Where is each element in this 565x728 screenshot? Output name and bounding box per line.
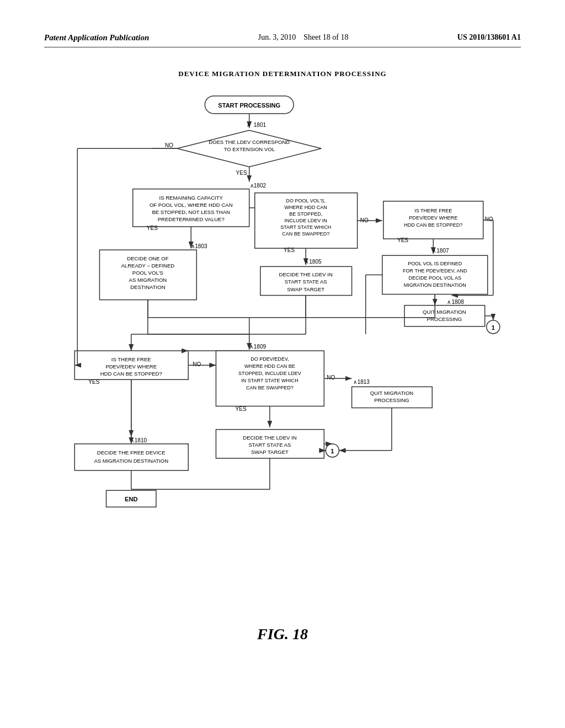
svg-text:PROCESSING: PROCESSING xyxy=(427,316,462,322)
svg-text:1: 1 xyxy=(492,324,495,331)
svg-text:1810: 1810 xyxy=(135,437,147,443)
svg-text:∧: ∧ xyxy=(191,243,195,249)
svg-text:BE STOPPED,: BE STOPPED, xyxy=(289,211,322,217)
svg-text:STOPPED, INCLUDE LDEV: STOPPED, INCLUDE LDEV xyxy=(238,371,301,376)
svg-text:1807: 1807 xyxy=(436,248,449,254)
svg-text:OF POOL VOL, WHERE HDD CAN: OF POOL VOL, WHERE HDD CAN xyxy=(150,202,233,208)
svg-text:DO POOL VOL'S,: DO POOL VOL'S, xyxy=(286,198,326,204)
svg-text:DECIDE THE FREE DEVICE: DECIDE THE FREE DEVICE xyxy=(97,449,166,456)
svg-text:HDD CAN BE STOPPED?: HDD CAN BE STOPPED? xyxy=(100,371,162,377)
svg-text:DESTINATION: DESTINATION xyxy=(130,285,165,291)
svg-text:IS THERE FREE: IS THERE FREE xyxy=(414,208,452,213)
svg-text:WHERE HDD CAN: WHERE HDD CAN xyxy=(285,205,327,210)
svg-text:NO: NO xyxy=(165,142,173,148)
svg-text:1803: 1803 xyxy=(195,243,207,249)
svg-text:IS REMAINING CAPACITY: IS REMAINING CAPACITY xyxy=(159,195,223,201)
svg-text:YES: YES xyxy=(236,406,247,412)
svg-text:1: 1 xyxy=(331,448,334,454)
svg-text:BE STOPPED, NOT LESS THAN: BE STOPPED, NOT LESS THAN xyxy=(152,209,231,215)
svg-text:QUIT MIGRATION: QUIT MIGRATION xyxy=(370,390,414,396)
svg-text:YES: YES xyxy=(397,237,408,243)
svg-text:PDEV/EDEV WHERE: PDEV/EDEV WHERE xyxy=(409,215,457,221)
fig-label: FIG. 18 xyxy=(257,625,308,643)
svg-text:START STATE WHICH: START STATE WHICH xyxy=(280,224,331,230)
svg-text:START STATE AS: START STATE AS xyxy=(248,442,291,448)
svg-text:∧: ∧ xyxy=(353,379,357,385)
svg-text:PREDETERMINED VALUE?: PREDETERMINED VALUE? xyxy=(158,216,225,222)
svg-text:YES: YES xyxy=(284,247,295,253)
svg-text:1813: 1813 xyxy=(358,379,370,385)
header-date: Jun. 3, 2010 xyxy=(258,33,296,41)
svg-text:∧: ∧ xyxy=(432,248,436,254)
svg-text:DECIDE THE LDEV IN: DECIDE THE LDEV IN xyxy=(279,271,333,277)
header-right: US 2010/138601 A1 xyxy=(457,33,521,42)
svg-text:PDEV/EDEV WHERE: PDEV/EDEV WHERE xyxy=(105,363,157,370)
svg-text:TO EXTENSION VOL: TO EXTENSION VOL xyxy=(223,146,275,152)
svg-text:∧: ∧ xyxy=(249,344,253,350)
svg-text:YES: YES xyxy=(236,170,247,176)
svg-text:NO: NO xyxy=(327,374,335,381)
svg-text:END: END xyxy=(125,496,137,502)
svg-text:DECIDE POOL VOL AS: DECIDE POOL VOL AS xyxy=(408,275,461,281)
svg-text:1809: 1809 xyxy=(254,344,266,350)
svg-text:NO: NO xyxy=(485,216,493,222)
svg-text:ALREADY – DEFINED: ALREADY – DEFINED xyxy=(121,263,174,269)
svg-text:1801: 1801 xyxy=(254,122,266,128)
svg-text:SWAP TARGET: SWAP TARGET xyxy=(287,286,324,292)
svg-text:DECIDE ONE OF: DECIDE ONE OF xyxy=(127,255,168,261)
svg-text:CAN BE SWAPPED?: CAN BE SWAPPED? xyxy=(282,231,329,237)
svg-text:1802: 1802 xyxy=(254,183,266,189)
svg-text:∧: ∧ xyxy=(305,259,308,265)
svg-text:START PROCESSING: START PROCESSING xyxy=(218,102,280,109)
header-center: Jun. 3, 2010 Sheet 18 of 18 xyxy=(258,33,349,42)
svg-text:POOL VOL'S: POOL VOL'S xyxy=(132,270,163,276)
page: Patent Application Publication Jun. 3, 2… xyxy=(0,0,565,728)
svg-text:HDD CAN BE STOPPED?: HDD CAN BE STOPPED? xyxy=(404,222,462,228)
svg-text:MIGRATION DESTINATION: MIGRATION DESTINATION xyxy=(404,282,466,288)
svg-text:IS THERE FREE: IS THERE FREE xyxy=(111,356,151,362)
svg-text:NO: NO xyxy=(193,361,201,367)
svg-text:INCLUDE LDEV IN: INCLUDE LDEV IN xyxy=(285,218,327,223)
svg-text:AS MIGRATION: AS MIGRATION xyxy=(129,277,167,283)
svg-text:YES: YES xyxy=(147,225,158,231)
svg-text:∧: ∧ xyxy=(250,183,254,189)
svg-text:SWAP TARGET: SWAP TARGET xyxy=(251,449,289,455)
svg-text:DECIDE THE LDEV IN: DECIDE THE LDEV IN xyxy=(243,435,296,441)
svg-text:FOR THE PDEV/EDEV, AND: FOR THE PDEV/EDEV, AND xyxy=(403,268,467,274)
svg-text:YES: YES xyxy=(88,379,99,385)
svg-text:DO PDEV/EDEV,: DO PDEV/EDEV, xyxy=(250,356,289,362)
svg-text:WHERE HDD CAN BE: WHERE HDD CAN BE xyxy=(244,363,295,369)
diagram-title: DEVICE MIGRATION DETERMINATION PROCESSIN… xyxy=(178,69,386,78)
svg-text:∧: ∧ xyxy=(130,437,134,443)
svg-text:START STATE AS: START STATE AS xyxy=(285,279,327,285)
svg-text:IN START STATE WHICH: IN START STATE WHICH xyxy=(241,378,299,383)
svg-rect-121 xyxy=(74,444,188,470)
svg-text:CAN BE SWAPPED?: CAN BE SWAPPED? xyxy=(246,385,294,390)
svg-text:DOES THE LDEV CORRESPOND: DOES THE LDEV CORRESPOND xyxy=(209,139,290,145)
header-sheet: Sheet 18 of 18 xyxy=(303,33,348,41)
svg-text:1808: 1808 xyxy=(451,299,464,305)
svg-text:QUIT MIGRATION: QUIT MIGRATION xyxy=(423,309,466,315)
svg-text:AS MIGRATION DESTINATION: AS MIGRATION DESTINATION xyxy=(94,458,168,464)
svg-text:∧: ∧ xyxy=(447,299,451,305)
diagram-area: DEVICE MIGRATION DETERMINATION PROCESSIN… xyxy=(44,69,521,649)
svg-text:PROCESSING: PROCESSING xyxy=(374,397,409,403)
header-left: Patent Application Publication xyxy=(44,33,149,42)
flowchart: START PROCESSING 1801 ∧ DOES THE LDEV CO… xyxy=(44,81,521,615)
svg-text:1805: 1805 xyxy=(309,259,322,265)
header: Patent Application Publication Jun. 3, 2… xyxy=(44,33,521,47)
svg-text:∧: ∧ xyxy=(247,122,250,128)
svg-text:POOL VOL IS DEFINED: POOL VOL IS DEFINED xyxy=(408,261,462,266)
